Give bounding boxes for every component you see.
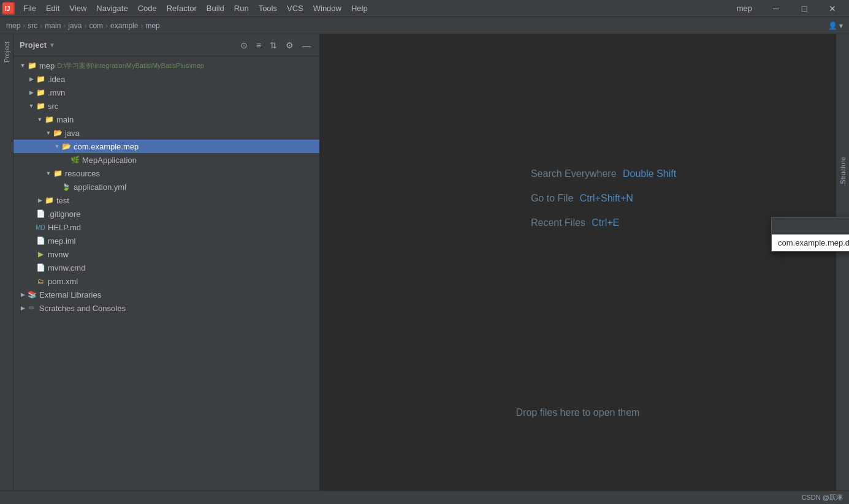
- profile-button[interactable]: 👤 ▾: [828, 21, 843, 30]
- yaml-icon: 🍃: [61, 182, 71, 192]
- tree-label-main: main: [56, 115, 74, 124]
- panel-action-close[interactable]: —: [300, 39, 313, 51]
- tree-item-scratches[interactable]: ▶ ✏ Scratches and Consoles: [13, 301, 319, 315]
- hint-section: Search Everywhere Double Shift Go to Fil…: [531, 168, 676, 228]
- folder-icon-com-example-mep: 📂: [61, 141, 71, 151]
- tree-item-pom-xml[interactable]: 🗂 pom.xml: [13, 274, 319, 288]
- tree-arrow-java: ▼: [44, 130, 53, 136]
- tree-label-application-yml: application.yml: [74, 182, 126, 192]
- tree-item-main[interactable]: ▼ 📁 main: [13, 113, 319, 126]
- tree-label-gitignore: .gitignore: [48, 209, 80, 219]
- menu-tools[interactable]: Tools: [254, 2, 282, 14]
- breadcrumb-main[interactable]: main: [45, 21, 61, 30]
- panel-action-sort[interactable]: ⇅: [267, 39, 280, 51]
- breadcrumb-current[interactable]: mep: [145, 21, 159, 30]
- lib-icon: 📚: [27, 290, 37, 299]
- panel-title: Project: [20, 40, 47, 50]
- breadcrumb-sep-2: ›: [40, 21, 42, 30]
- menu-help[interactable]: Help: [346, 2, 373, 14]
- panel-title-arrow[interactable]: ▼: [49, 42, 55, 48]
- app-logo: IJ: [2, 2, 15, 15]
- status-right-text: CSDN @跃琳: [802, 493, 843, 502]
- tree-item-idea[interactable]: ▶ 📁 .idea: [13, 72, 319, 86]
- tree-arrow-idea: ▶: [27, 76, 36, 82]
- xml-icon-pom: 🗂: [36, 276, 45, 286]
- hint-goto-shortcut: Ctrl+Shift+N: [580, 193, 633, 203]
- breadcrumb-mep[interactable]: mep: [6, 21, 20, 30]
- tree-item-mvn[interactable]: ▶ 📁 .mvn: [13, 86, 319, 99]
- folder-icon-mep: 📁: [27, 61, 37, 70]
- gitignore-icon: 📄: [36, 209, 45, 219]
- tree-arrow-resources: ▼: [44, 170, 53, 176]
- tree-item-resources[interactable]: ▼ 📁 resources: [13, 167, 319, 180]
- status-bar: CSDN @跃琳: [0, 491, 849, 504]
- folder-icon-idea: 📁: [36, 74, 45, 84]
- tree-item-mep-root[interactable]: ▼ 📁 mep D:\学习案例\integrationMyBatis\MyBat…: [13, 59, 319, 72]
- hint-recent-shortcut: Ctrl+E: [592, 217, 619, 228]
- close-button[interactable]: ✕: [818, 0, 847, 17]
- tree-label-mep-application: MepApplication: [82, 156, 137, 165]
- menu-window[interactable]: Window: [308, 2, 346, 14]
- menu-refactor[interactable]: Refactor: [162, 2, 202, 14]
- tree-label-mep-path: D:\学习案例\integrationMyBatis\MyBatisPlus\m…: [57, 61, 204, 70]
- folder-icon-mvn: 📁: [36, 88, 45, 97]
- tree-item-java[interactable]: ▼ 📂 java: [13, 126, 319, 140]
- menu-navigate[interactable]: Navigate: [91, 2, 132, 14]
- folder-icon-resources: 📁: [53, 168, 63, 178]
- menu-file[interactable]: File: [18, 2, 41, 14]
- breadcrumb-sep-3: ›: [63, 21, 66, 30]
- tree-label-resources: resources: [65, 169, 100, 178]
- tree-item-com-example-mep[interactable]: ▼ 📂 com.example.mep: [13, 140, 319, 153]
- breadcrumb-bar: mep › src › main › java › com › example …: [0, 17, 849, 34]
- tree-label-mvnw-cmd: mvnw.cmd: [48, 263, 85, 273]
- menu-edit[interactable]: Edit: [41, 2, 64, 14]
- panel-action-locate[interactable]: ⊙: [238, 39, 250, 51]
- tree-label-idea: .idea: [48, 75, 65, 84]
- folder-icon-java: 📂: [53, 128, 63, 138]
- tree-item-help-md[interactable]: MD HELP.md: [13, 220, 319, 234]
- menu-run[interactable]: Run: [229, 2, 254, 14]
- breadcrumb-src[interactable]: src: [28, 21, 37, 30]
- tree-arrow-mvn: ▶: [27, 89, 36, 96]
- tree-arrow-main: ▼: [36, 116, 44, 122]
- tree-arrow-mep: ▼: [18, 62, 27, 69]
- tree-item-gitignore[interactable]: 📄 .gitignore: [13, 207, 319, 220]
- md-icon: MD: [36, 222, 45, 232]
- svg-text:IJ: IJ: [5, 6, 10, 12]
- folder-icon-src: 📁: [36, 101, 45, 111]
- menu-view[interactable]: View: [64, 2, 91, 14]
- tree-label-com-example-mep: com.example.mep: [74, 142, 139, 151]
- breadcrumb-java[interactable]: java: [68, 21, 82, 30]
- panel-action-collapse[interactable]: ≡: [254, 39, 264, 51]
- tree-item-application-yml[interactable]: 🍃 application.yml: [13, 180, 319, 194]
- tree-item-mep-application[interactable]: 🌿 MepApplication: [13, 153, 319, 167]
- menu-build[interactable]: Build: [202, 2, 229, 14]
- breadcrumb-sep-5: ›: [105, 21, 108, 30]
- menu-code[interactable]: Code: [133, 2, 162, 14]
- tree-item-src[interactable]: ▼ 📁 src: [13, 99, 319, 113]
- app-title: mep: [737, 4, 757, 13]
- breadcrumb-com[interactable]: com: [89, 21, 103, 30]
- breadcrumb-example[interactable]: example: [110, 21, 138, 30]
- tree-item-test[interactable]: ▶ 📁 test: [13, 194, 319, 207]
- tree-item-external-libs[interactable]: ▶ 📚 External Libraries: [13, 288, 319, 301]
- tree-label-pom-xml: pom.xml: [48, 277, 78, 286]
- tree-item-mvnw-cmd[interactable]: 📄 mvnw.cmd: [13, 261, 319, 274]
- menu-vcs[interactable]: VCS: [282, 2, 308, 14]
- panel-action-settings[interactable]: ⚙: [283, 39, 296, 51]
- tree-label-mep: mep: [39, 61, 55, 70]
- tree-item-mvnw[interactable]: ▶ mvnw: [13, 247, 319, 261]
- window-controls: ─ □ ✕: [762, 0, 847, 17]
- tree-item-mep-iml[interactable]: 📄 mep.iml: [13, 234, 319, 247]
- breadcrumb-sep-6: ›: [140, 21, 143, 30]
- minimize-button[interactable]: ─: [762, 0, 790, 17]
- tree-label-java: java: [65, 129, 80, 138]
- package-name-input[interactable]: [778, 238, 849, 247]
- hint-search-shortcut: Double Shift: [623, 168, 676, 179]
- hint-search-label: Search Everywhere: [531, 168, 617, 179]
- maximize-button[interactable]: □: [790, 0, 818, 17]
- menu-bar: IJ File Edit View Navigate Code Refactor…: [0, 0, 849, 17]
- structure-tab-label[interactable]: Structure: [839, 157, 847, 184]
- cmd-icon: 📄: [36, 263, 45, 273]
- project-tab-label[interactable]: Project: [3, 42, 10, 62]
